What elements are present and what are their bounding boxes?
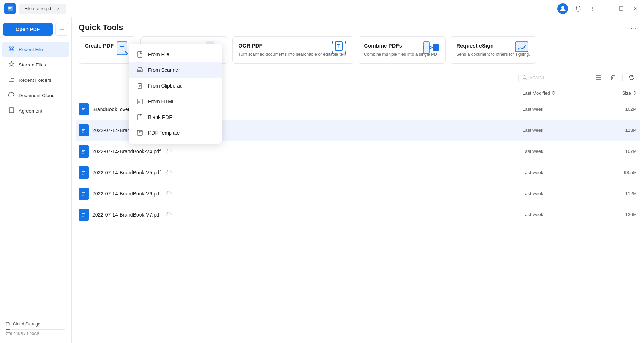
dropdown-item-blank-pdf[interactable]: Blank PDF — [129, 109, 222, 125]
svg-rect-52 — [82, 213, 85, 214]
search-box[interactable]: Search — [518, 73, 590, 82]
file-date: Last week — [522, 212, 594, 217]
search-icon — [522, 75, 527, 80]
delete-btn[interactable] — [608, 72, 619, 83]
storage-progress-bar — [6, 329, 65, 330]
svg-rect-37 — [82, 130, 84, 131]
file-date: Last week — [522, 149, 594, 154]
dropdown-item-label-from-html: From HTML — [148, 99, 175, 104]
table-row[interactable]: 2022-07-14-BrandBook-V5.pdf Last week 98… — [79, 162, 637, 183]
svg-rect-4 — [619, 7, 623, 10]
svg-rect-59 — [138, 84, 142, 88]
table-row[interactable]: 2022-07-14-BrandBook-V7.pdf Last week 13… — [79, 204, 637, 225]
file-size: 136M — [594, 212, 637, 217]
from-file-icon — [136, 50, 144, 58]
svg-rect-32 — [82, 108, 85, 109]
cloud-sync-icon — [166, 191, 172, 196]
titlebar-left: File name.pdf × — [4, 3, 66, 14]
sidebar-item-label-starred: Starred Files — [19, 62, 46, 68]
dropdown-item-pdf-template[interactable]: PDF Template — [129, 125, 222, 141]
cloud-sync-icon — [166, 170, 172, 175]
more-options-icon[interactable]: ⋮ — [588, 4, 597, 13]
file-name-cell: 2022-07-14-BrandBook-V6.pdf — [79, 188, 522, 200]
tab[interactable]: File name.pdf × — [19, 4, 66, 14]
from-scanner-icon — [136, 66, 144, 74]
svg-rect-28 — [611, 76, 615, 80]
blank-pdf-icon — [136, 113, 144, 121]
dropdown-item-label-from-scanner: From Scanner — [148, 67, 180, 73]
dropdown-item-from-html[interactable]: H From HTML — [129, 94, 222, 109]
svg-rect-42 — [82, 153, 84, 154]
cloud-sync-icon — [166, 212, 172, 217]
file-icon — [79, 145, 89, 158]
table-row[interactable]: 2022-07-14-BrandBook-V4.pdf Last week 10… — [79, 141, 637, 162]
sidebar-nav: Recent File Starred Files Recent Folders… — [0, 39, 71, 317]
refresh-btn[interactable] — [626, 72, 637, 83]
quick-tools-header: Quick Tools ··· — [72, 17, 644, 36]
quick-tools-more-btn[interactable]: ··· — [631, 24, 637, 32]
sort-by-date-btn[interactable]: Last Modified — [522, 90, 594, 96]
svg-rect-1 — [8, 7, 12, 8]
file-icon — [79, 209, 89, 221]
sort-by-size-btn[interactable]: Size — [594, 90, 637, 96]
app-icon — [4, 3, 16, 14]
tab-close-btn[interactable]: × — [55, 6, 61, 11]
sidebar-item-starred-files[interactable]: Starred Files — [2, 57, 69, 72]
svg-rect-20 — [424, 46, 429, 53]
avatar[interactable] — [557, 3, 568, 14]
svg-rect-38 — [82, 132, 84, 133]
tool-card-create-pdf[interactable]: Create PDF — [79, 36, 136, 64]
file-icon — [79, 103, 89, 115]
request-esign-icon — [512, 38, 531, 58]
table-row[interactable]: 2022-07-14-BrandBook-V6.pdf Last week 11… — [79, 183, 637, 204]
file-date: Last week — [522, 191, 594, 196]
dropdown-item-from-scanner[interactable]: From Scanner — [129, 62, 222, 78]
agreement-icon — [8, 107, 15, 115]
svg-rect-55 — [138, 51, 142, 57]
search-placeholder: Search — [530, 75, 544, 80]
sidebar-top: Open PDF + — [0, 20, 71, 39]
sidebar: Open PDF + Recent File Starred Files R — [0, 17, 72, 343]
list-view-btn[interactable] — [594, 72, 604, 83]
sidebar-item-recent-folders[interactable]: Recent Folders — [2, 73, 69, 88]
svg-rect-50 — [82, 195, 84, 196]
tool-card-ocr-pdf[interactable]: OCR PDF Turn scanned documents into sear… — [232, 36, 353, 64]
maximize-button[interactable] — [617, 4, 625, 13]
file-size: 98.5M — [594, 170, 637, 175]
svg-rect-44 — [82, 171, 85, 172]
file-name: 2022-07-14-BrandBook-V7.pdf — [92, 212, 161, 218]
sidebar-item-agreement[interactable]: Agreement — [2, 103, 69, 118]
file-name-cell: 2022-07-14-BrandBook-V7.pdf — [79, 209, 522, 221]
create-pdf-icon — [113, 40, 131, 58]
cloud-storage-label: Cloud Storage — [6, 322, 65, 327]
open-pdf-button[interactable]: Open PDF — [3, 23, 53, 36]
tab-label: File name.pdf — [24, 6, 53, 11]
sidebar-bottom: Cloud Storage 779.04KB / 1.00GB — [0, 317, 71, 340]
close-button[interactable]: ✕ — [631, 4, 640, 13]
minimize-button[interactable]: — — [602, 4, 611, 13]
bell-icon[interactable] — [574, 4, 582, 13]
svg-text:T: T — [337, 43, 340, 49]
tool-card-request-esign[interactable]: Request eSign Send a document to others … — [450, 36, 536, 64]
svg-line-24 — [526, 78, 527, 80]
sidebar-item-document-cloud[interactable]: Document Cloud — [2, 88, 69, 103]
file-icon — [79, 124, 89, 136]
dropdown-item-label-from-clipboard: From Clipborad — [148, 83, 182, 89]
titlebar: File name.pdf × ⋮ — ✕ — [0, 0, 644, 17]
dropdown-item-from-clipboard[interactable]: From Clipborad — [129, 78, 222, 94]
svg-point-6 — [10, 48, 13, 50]
svg-rect-64 — [138, 114, 142, 120]
file-date: Last week — [522, 170, 594, 175]
dropdown-item-label-from-file: From File — [148, 51, 169, 57]
file-icon — [79, 166, 89, 179]
dropdown-item-from-file[interactable]: From File — [129, 46, 222, 62]
svg-rect-21 — [433, 44, 439, 51]
dropdown-menu: From File From Scanner From Clipborad H … — [129, 44, 222, 144]
tool-card-combine-pdfs[interactable]: Combine PDFs Combine multiple files into… — [358, 36, 446, 64]
sidebar-item-label-cloud: Document Cloud — [19, 93, 55, 98]
sidebar-item-recent-file[interactable]: Recent File — [2, 42, 69, 57]
new-file-button[interactable]: + — [55, 23, 68, 36]
file-name: 2022-07-14-BrandBook-V5.pdf — [92, 170, 161, 175]
svg-rect-33 — [82, 109, 84, 110]
file-size: 107M — [594, 149, 637, 154]
